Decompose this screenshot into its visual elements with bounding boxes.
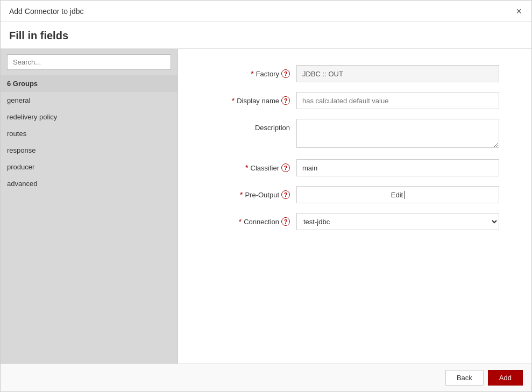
- factory-label: * Factory ?: [210, 65, 296, 82]
- pre-output-required-star: *: [240, 190, 243, 199]
- cursor-line: [404, 191, 405, 199]
- sidebar-nav: general redelivery policy routes respons…: [1, 92, 178, 192]
- dialog-footer: Back Add: [1, 364, 531, 391]
- description-row: Description: [210, 119, 499, 149]
- pre-output-row: * Pre-Output ? Edit: [210, 186, 499, 203]
- main-content: * Factory ? * Display name ?: [178, 49, 531, 364]
- display-name-control: [296, 92, 499, 109]
- factory-required-star: *: [251, 69, 253, 78]
- factory-control: [296, 65, 499, 82]
- sidebar: 6 Groups general redelivery policy route…: [1, 49, 178, 364]
- classifier-required-star: *: [245, 163, 248, 172]
- classifier-label: * Classifier ?: [210, 159, 296, 176]
- back-button[interactable]: Back: [445, 370, 484, 386]
- pre-output-label: * Pre-Output ?: [210, 186, 296, 203]
- classifier-control: [296, 159, 499, 176]
- classifier-row: * Classifier ?: [210, 159, 499, 176]
- connection-select[interactable]: test-jdbc: [296, 213, 499, 230]
- display-name-input[interactable]: [296, 92, 499, 109]
- close-button[interactable]: ×: [515, 6, 523, 16]
- classifier-input[interactable]: [296, 159, 499, 176]
- sidebar-item-routes[interactable]: routes: [1, 125, 178, 142]
- factory-row: * Factory ?: [210, 65, 499, 82]
- groups-header: 6 Groups: [1, 75, 178, 92]
- description-label: Description: [210, 119, 296, 136]
- display-name-help-icon[interactable]: ?: [281, 96, 290, 105]
- dialog-body: 6 Groups general redelivery policy route…: [1, 49, 531, 364]
- display-name-required-star: *: [232, 96, 235, 105]
- sidebar-item-response[interactable]: response: [1, 142, 178, 159]
- connection-help-icon[interactable]: ?: [281, 217, 290, 226]
- dialog-title: Add Connector to jdbc: [9, 7, 84, 16]
- sidebar-item-advanced[interactable]: advanced: [1, 175, 178, 192]
- add-button[interactable]: Add: [488, 370, 523, 386]
- classifier-help-icon[interactable]: ?: [281, 163, 290, 172]
- connection-row: * Connection ? test-jdbc: [210, 213, 499, 230]
- connection-required-star: *: [239, 217, 242, 226]
- description-control: [296, 119, 499, 149]
- search-input[interactable]: [7, 54, 171, 70]
- pre-output-edit-button[interactable]: Edit: [296, 186, 499, 203]
- dialog-header: Add Connector to jdbc ×: [1, 1, 531, 22]
- display-name-row: * Display name ?: [210, 92, 499, 109]
- pre-output-help-icon[interactable]: ?: [281, 190, 290, 199]
- search-box: [7, 54, 171, 70]
- connection-label: * Connection ?: [210, 213, 296, 230]
- factory-help-icon[interactable]: ?: [281, 69, 290, 78]
- dialog-subheader: Fill in fields: [1, 22, 531, 49]
- sidebar-item-general[interactable]: general: [1, 92, 178, 109]
- factory-input: [296, 65, 499, 82]
- sidebar-item-producer[interactable]: producer: [1, 159, 178, 175]
- connection-control: test-jdbc: [296, 213, 499, 230]
- pre-output-control: Edit: [296, 186, 499, 203]
- add-connector-dialog: Add Connector to jdbc × Fill in fields 6…: [0, 0, 532, 392]
- page-title: Fill in fields: [9, 30, 523, 42]
- description-textarea[interactable]: [296, 119, 499, 148]
- sidebar-item-redelivery-policy[interactable]: redelivery policy: [1, 109, 178, 125]
- display-name-label: * Display name ?: [210, 92, 296, 109]
